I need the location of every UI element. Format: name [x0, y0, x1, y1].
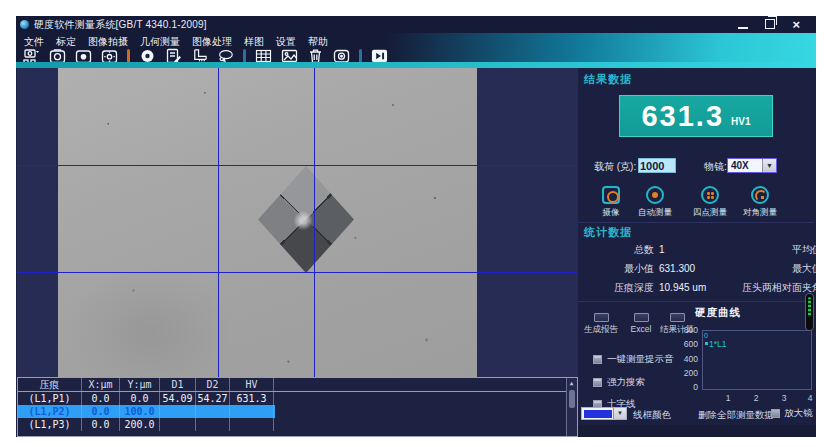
measure-line-horizontal-top[interactable] [17, 165, 578, 166]
focus-level-segments [808, 297, 811, 317]
col-header: D2 [196, 378, 230, 391]
cell [196, 418, 230, 431]
specimen-image [58, 68, 477, 377]
hardness-value: 631.3 [641, 98, 724, 134]
x-tick: 3 [779, 394, 789, 403]
camera-button-label: 摄像 [603, 207, 620, 219]
y-tick: 400 [678, 355, 698, 364]
minimize-button[interactable] [738, 20, 748, 30]
four-point-label: 四点测量 [693, 207, 727, 219]
microscope-viewport[interactable] [17, 68, 578, 377]
menu-item-calibration[interactable]: 标定 [56, 36, 76, 47]
result-section-title: 结果数据 [584, 72, 632, 87]
x-tick: 1 [723, 394, 733, 403]
indentation-table[interactable]: 压痕 X:μm Y:μm D1 D2 HV (L1,P1) 0.0 0.0 54… [17, 377, 578, 437]
magnifier-toggle[interactable]: 放大镜 [771, 407, 813, 420]
line-color-swatch-fill [584, 410, 612, 418]
col-header: 压痕 [18, 378, 82, 391]
cell: 54.09 [160, 392, 196, 405]
excel-export-button[interactable]: Excel [622, 313, 660, 334]
beep-checkbox[interactable]: 一键测量提示音 [593, 353, 674, 366]
app-window: 硬度软件测量系统[GB/T 4340.1-2009] × 文件 标定 图像拍摄 … [16, 16, 816, 437]
scroll-up-icon[interactable]: ▲ [568, 379, 575, 386]
col-header: D1 [160, 378, 196, 391]
scroll-thumb[interactable] [569, 390, 575, 408]
stats-section-title: 统计数据 [584, 225, 632, 240]
cell: 0.0 [120, 392, 160, 405]
load-label: 载荷 (克): [594, 160, 636, 174]
menu-bar: 文件 标定 图像拍摄 几何测量 图像处理 样图 设置 帮助 [16, 33, 816, 47]
checkbox-icon [593, 355, 602, 364]
window-title: 硬度软件测量系统[GB/T 4340.1-2009] [34, 18, 207, 32]
toolbar-separator [359, 49, 362, 63]
header-area: 文件 标定 图像拍摄 几何测量 图像处理 样图 设置 帮助 [16, 33, 816, 62]
cell: 0.0 [82, 405, 120, 418]
minimize-icon [738, 27, 748, 29]
measure-line-horizontal-bottom[interactable] [17, 272, 578, 273]
y-tick: 800 [678, 326, 698, 335]
four-point-icon [701, 186, 719, 204]
four-point-measure-button[interactable]: 四点测量 [688, 186, 732, 219]
delete-all-data-button[interactable]: 删除全部测量数据 [698, 409, 774, 422]
cell: (L1,P1) [18, 392, 82, 405]
col-header: HV [230, 378, 274, 391]
data-point-label: 1*L1 [709, 339, 727, 349]
cell: 631.3 [230, 392, 274, 405]
report-label: 生成报告 [584, 324, 618, 336]
x-tick: 4 [805, 394, 815, 403]
measure-line-vertical-left[interactable] [218, 68, 219, 377]
menu-item-sample[interactable]: 样图 [244, 36, 264, 47]
table-header-row: 压痕 X:μm Y:μm D1 D2 HV [18, 378, 566, 392]
objective-select[interactable]: 40X ▼ [727, 158, 777, 173]
line-color-select[interactable]: ▼ [581, 407, 627, 420]
load-input[interactable] [638, 158, 676, 173]
screenshot-canvas: 硬度软件测量系统[GB/T 4340.1-2009] × 文件 标定 图像拍摄 … [0, 0, 829, 447]
report-icon [594, 313, 609, 322]
menu-item-image-process[interactable]: 图像处理 [192, 36, 232, 47]
table-row[interactable]: (L1,P1) 0.0 0.0 54.09 54.27 631.3 [18, 392, 275, 405]
window-controls: × [738, 19, 816, 30]
cell: 0.0 [82, 392, 120, 405]
panel-bottom-strip [578, 425, 816, 437]
col-header: X:μm [82, 378, 120, 391]
objective-label: 物镜: [704, 160, 727, 174]
close-button[interactable]: × [792, 20, 800, 30]
cell [196, 405, 230, 418]
camera-square-icon [602, 186, 620, 204]
menu-item-file[interactable]: 文件 [24, 36, 44, 47]
table-scrollbar[interactable]: ▲ [566, 378, 577, 436]
focus-level-indicator [805, 293, 814, 331]
stat-value: 631.300 [659, 263, 721, 274]
chevron-down-icon[interactable]: ▼ [762, 159, 776, 172]
cell [230, 405, 274, 418]
maximize-icon [765, 19, 775, 29]
menu-item-geometry-measure[interactable]: 几何测量 [140, 36, 180, 47]
menu-item-settings[interactable]: 设置 [276, 36, 296, 47]
auto-measure-icon [646, 186, 664, 204]
chevron-down-icon[interactable]: ▼ [613, 408, 626, 419]
chart-title: 硬度曲线 [695, 306, 741, 320]
menu-item-image-capture[interactable]: 图像拍摄 [88, 36, 128, 47]
power-search-label: 强力搜索 [607, 376, 645, 389]
auto-measure-button[interactable]: 自动测量 [633, 186, 677, 219]
checkbox-icon [593, 378, 602, 387]
table-row[interactable]: (L1,P3) 0.0 200.0 [18, 418, 275, 431]
menu-item-help[interactable]: 帮助 [308, 36, 328, 47]
table-row[interactable]: (L1,P2) 0.0 100.0 [18, 405, 275, 418]
maximize-button[interactable] [765, 19, 775, 30]
camera-button[interactable]: 摄像 [589, 186, 633, 219]
measure-line-vertical-right[interactable] [314, 68, 315, 377]
stat-label: 压痕深度 [584, 281, 654, 295]
cell: 100.0 [120, 405, 160, 418]
generate-report-button[interactable]: 生成报告 [582, 313, 620, 336]
stat-value: 10.945 um [659, 282, 721, 293]
divider [578, 222, 814, 223]
diagonal-measure-button[interactable]: 对角测量 [738, 186, 782, 219]
y-tick: 200 [678, 369, 698, 378]
magnifier-icon [771, 409, 780, 418]
power-search-checkbox[interactable]: 强力搜索 [593, 376, 645, 389]
app-logo-icon [20, 20, 29, 29]
beep-label: 一键测量提示音 [607, 353, 674, 366]
y-tick: 0 [678, 383, 698, 392]
cell [160, 405, 196, 418]
